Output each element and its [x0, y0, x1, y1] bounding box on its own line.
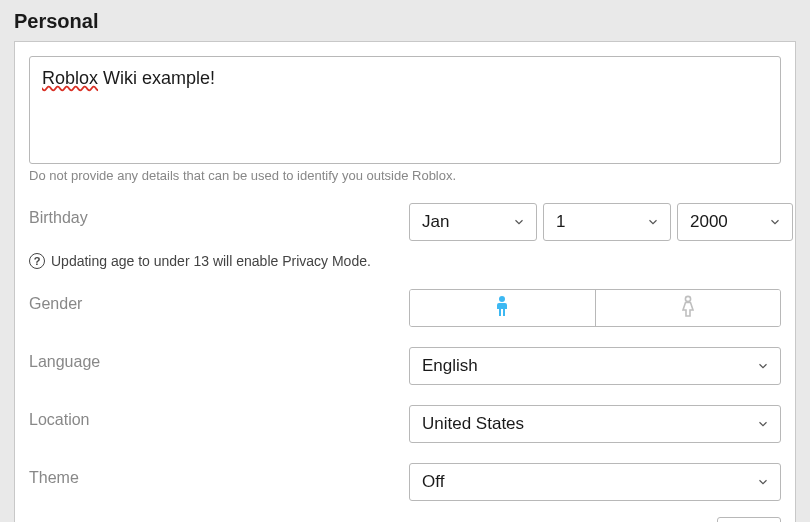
location-label: Location: [29, 405, 409, 429]
birthday-year-value: 2000: [690, 212, 728, 232]
gender-female-button[interactable]: [595, 290, 781, 326]
personal-panel: Roblox Wiki example! Do not provide any …: [14, 41, 796, 522]
birthday-day-select[interactable]: 1: [543, 203, 671, 241]
birthday-day-value: 1: [556, 212, 565, 232]
birthday-info-text: Updating age to under 13 will enable Pri…: [51, 253, 371, 269]
about-text-spelled: Roblox: [42, 68, 98, 88]
language-value: English: [422, 356, 478, 376]
language-label: Language: [29, 347, 409, 371]
theme-label: Theme: [29, 463, 409, 487]
chevron-down-icon: [646, 215, 660, 229]
save-button[interactable]: Save: [717, 517, 781, 522]
svg-point-1: [685, 296, 690, 301]
chevron-down-icon: [512, 215, 526, 229]
gender-label: Gender: [29, 289, 409, 313]
about-text-rest: Wiki example!: [98, 68, 215, 88]
theme-select[interactable]: Off: [409, 463, 781, 501]
about-helper-text: Do not provide any details that can be u…: [29, 168, 781, 183]
chevron-down-icon: [768, 215, 782, 229]
svg-point-0: [499, 296, 505, 302]
section-title: Personal: [0, 0, 810, 41]
chevron-down-icon: [756, 359, 770, 373]
female-icon: [679, 295, 697, 321]
theme-value: Off: [422, 472, 444, 492]
language-select[interactable]: English: [409, 347, 781, 385]
birthday-year-select[interactable]: 2000: [677, 203, 793, 241]
male-icon: [493, 295, 511, 321]
birthday-info-row: ? Updating age to under 13 will enable P…: [29, 253, 781, 269]
birthday-month-value: Jan: [422, 212, 449, 232]
info-icon: ?: [29, 253, 45, 269]
location-value: United States: [422, 414, 524, 434]
gender-male-button[interactable]: [410, 290, 595, 326]
gender-toggle-group: [409, 289, 781, 327]
about-textarea[interactable]: Roblox Wiki example!: [29, 56, 781, 164]
location-select[interactable]: United States: [409, 405, 781, 443]
chevron-down-icon: [756, 417, 770, 431]
birthday-month-select[interactable]: Jan: [409, 203, 537, 241]
birthday-label: Birthday: [29, 203, 409, 227]
chevron-down-icon: [756, 475, 770, 489]
